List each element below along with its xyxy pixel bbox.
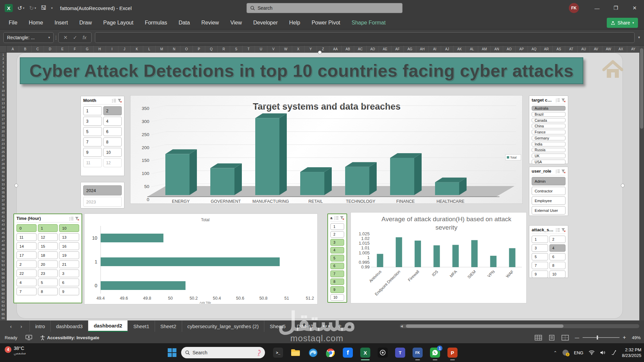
- row-header-3[interactable]: 3: [0, 61, 6, 65]
- row-header-52[interactable]: 52: [0, 259, 6, 263]
- undo-button[interactable]: ↺▾: [17, 5, 24, 12]
- slicer-item-10[interactable]: 10: [330, 294, 344, 301]
- slicer-item-7[interactable]: 7: [83, 137, 102, 146]
- row-header-61[interactable]: 61: [0, 296, 6, 300]
- column-header-W[interactable]: W: [280, 46, 292, 52]
- zoom-level[interactable]: 49%: [632, 335, 641, 340]
- slicer-item-9[interactable]: 9: [330, 286, 344, 293]
- year-slicer[interactable]: 20242023: [80, 182, 124, 208]
- slicer-item-4[interactable]: 4: [330, 247, 344, 254]
- slicer-item-7[interactable]: 7: [532, 262, 548, 269]
- slicer-item-0[interactable]: 0: [16, 224, 37, 232]
- column-header-AQ[interactable]: AQ: [528, 46, 540, 52]
- column-header-AS[interactable]: AS: [553, 46, 565, 52]
- row-header-42[interactable]: 42: [0, 219, 6, 223]
- expand-formula-bar-icon[interactable]: ▾: [638, 35, 640, 40]
- wifi-icon[interactable]: [589, 350, 595, 355]
- taskbar-search[interactable]: Search: [181, 347, 265, 358]
- normal-view-icon[interactable]: [535, 335, 542, 341]
- total-bar-chart[interactable]: Total101049.449.649.85050.250.450.650.85…: [84, 214, 318, 304]
- row-header-37[interactable]: 37: [0, 198, 6, 202]
- row-header-38[interactable]: 38: [0, 202, 6, 206]
- row-header-27[interactable]: 27: [0, 158, 6, 162]
- sheet-tab-dashboard3[interactable]: dashboard3: [51, 320, 88, 332]
- column-header-T[interactable]: T: [243, 46, 255, 52]
- slicer-item-France[interactable]: France: [532, 130, 566, 134]
- row-header-39[interactable]: 39: [0, 207, 6, 211]
- column-header-AD[interactable]: AD: [367, 46, 379, 52]
- row-header-58[interactable]: 58: [0, 284, 6, 288]
- ribbon-tab-help[interactable]: Help: [289, 20, 300, 26]
- multi-select-icon[interactable]: [555, 228, 560, 232]
- hidden-icons-chevron[interactable]: ⌃: [553, 350, 557, 355]
- target-country-slicer[interactable]: target country AustraliaBrazilCanadaChin…: [529, 96, 568, 164]
- column-header-X[interactable]: X: [292, 46, 305, 52]
- column-header-AC[interactable]: AC: [354, 46, 367, 52]
- zoom-slider-thumb[interactable]: [597, 336, 598, 340]
- slicer-item-USA[interactable]: USA: [532, 160, 566, 164]
- attack-duration-chart[interactable]: Average of attack duration(H) based on a…: [351, 212, 527, 303]
- horizontal-scrollbar-thumb[interactable]: [406, 324, 564, 328]
- save-button[interactable]: 🖫: [41, 5, 47, 11]
- row-header-66[interactable]: 66: [0, 316, 6, 320]
- account-avatar[interactable]: FK: [569, 3, 579, 13]
- slicer-item-21[interactable]: 21: [59, 260, 79, 268]
- row-header-57[interactable]: 57: [0, 280, 6, 284]
- sheet-tab-sheet5[interactable]: Sheet5: [264, 320, 291, 332]
- sheet-tab-dim-at[interactable]: DIM-AT: [291, 320, 320, 332]
- row-header-15[interactable]: 15: [0, 109, 6, 113]
- column-header-B[interactable]: B: [19, 46, 32, 52]
- column-header-Y[interactable]: Y: [305, 46, 317, 52]
- row-header-10[interactable]: 10: [0, 89, 6, 93]
- slicer-item-22[interactable]: 22: [16, 269, 37, 277]
- column-headers[interactable]: ABCDEFGHIJKLMNOPQRSTUVWXYZAAABACADAEAFAG…: [7, 46, 639, 53]
- row-header-20[interactable]: 20: [0, 130, 6, 134]
- attack-severity-slicer[interactable]: attack_severity 12345678910: [529, 225, 568, 278]
- ribbon-tab-review[interactable]: Review: [201, 20, 219, 26]
- row-header-5[interactable]: 5: [0, 69, 6, 73]
- taskbar-clock[interactable]: 2:32 PM 8/23/2025: [622, 347, 641, 358]
- row-header-8[interactable]: 8: [0, 81, 6, 85]
- slicer-item-1[interactable]: 1: [532, 236, 548, 243]
- row-header-60[interactable]: 60: [0, 292, 6, 296]
- slicer-item-5[interactable]: 5: [38, 279, 58, 286]
- row-header-64[interactable]: 64: [0, 308, 6, 312]
- powerpoint-icon[interactable]: P: [447, 348, 458, 358]
- cancel-entry-icon[interactable]: ✕: [63, 35, 68, 41]
- whatsapp-icon[interactable]: 1: [430, 348, 440, 358]
- column-header-AB[interactable]: AB: [342, 46, 354, 52]
- vertical-scrollbar[interactable]: [639, 46, 644, 320]
- tab-menu-button[interactable]: ⋮: [346, 320, 359, 332]
- row-header-46[interactable]: 46: [0, 235, 6, 239]
- row-header-11[interactable]: 11: [0, 93, 6, 97]
- clear-filter-icon[interactable]: [561, 169, 566, 173]
- row-header-35[interactable]: 35: [0, 190, 6, 194]
- slicer-item-4[interactable]: 4: [16, 279, 37, 286]
- column-header-AY[interactable]: AY: [627, 46, 639, 52]
- row-header-14[interactable]: 14: [0, 105, 6, 109]
- slicer-item-1[interactable]: 1: [83, 106, 102, 115]
- row-header-7[interactable]: 7: [0, 77, 6, 81]
- formula-input[interactable]: [95, 32, 635, 43]
- row-header-56[interactable]: 56: [0, 276, 6, 280]
- slicer-item-20[interactable]: 20: [38, 260, 58, 268]
- row-header-51[interactable]: 51: [0, 255, 6, 259]
- slicer-item-10[interactable]: 10: [549, 270, 566, 278]
- column-header-J[interactable]: J: [118, 46, 131, 52]
- volume-icon[interactable]: [600, 350, 606, 355]
- slicer-item-8[interactable]: 8: [330, 279, 344, 285]
- column-header-AW[interactable]: AW: [602, 46, 615, 52]
- shape-handle-top[interactable]: [318, 51, 322, 54]
- teams-profile-icon[interactable]: FK: [413, 348, 423, 358]
- attack-duration-slicer[interactable]: a... 12345678910: [327, 214, 347, 303]
- column-header-AV[interactable]: AV: [590, 46, 602, 52]
- sheet-tab-sheet2[interactable]: Sheet2: [155, 320, 182, 332]
- target-systems-chart[interactable]: Target systems and data breaches05010015…: [130, 95, 523, 204]
- row-header-6[interactable]: 6: [0, 73, 6, 77]
- accessibility-status[interactable]: Accessibility: Investigate: [47, 335, 99, 340]
- slicer-item-2024[interactable]: 2024: [83, 185, 122, 195]
- facebook-icon[interactable]: f: [343, 348, 353, 358]
- slicer-item-3[interactable]: 3: [83, 117, 102, 126]
- slicer-item-1[interactable]: 1: [330, 223, 344, 230]
- column-header-N[interactable]: N: [168, 46, 180, 52]
